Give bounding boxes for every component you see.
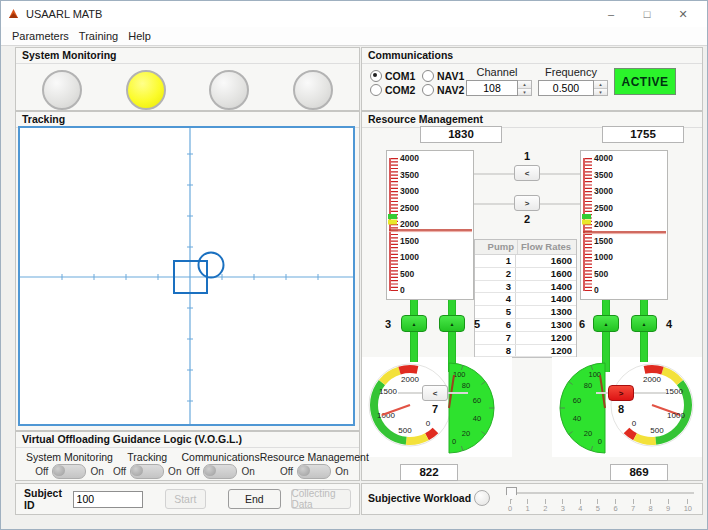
menu-parameters[interactable]: Parameters <box>7 30 74 42</box>
svg-text:20: 20 <box>462 429 470 438</box>
vogl-panel: Virtual Offloading Guidance Logic (V.O.G… <box>15 431 360 481</box>
svg-text:2000: 2000 <box>400 219 419 229</box>
toggle-system-monitoring[interactable] <box>52 464 86 479</box>
slider-track[interactable] <box>506 492 694 494</box>
maximize-icon[interactable]: □ <box>629 3 665 25</box>
table-row: 41400 <box>475 293 576 306</box>
on-label: On <box>335 466 348 477</box>
table-row: 71200 <box>475 332 576 345</box>
svg-text:2000: 2000 <box>643 375 661 384</box>
pump-5-button[interactable]: ▲ <box>439 315 465 332</box>
tick-label: 9 <box>666 499 670 513</box>
svg-text:0: 0 <box>426 419 431 428</box>
close-icon[interactable]: ✕ <box>665 3 701 25</box>
radio-dot <box>370 84 382 96</box>
pump-8-button[interactable]: > <box>608 385 634 401</box>
workload-slider[interactable]: 0 1 2 3 4 5 6 7 8 9 10 <box>506 487 694 512</box>
tracking-canvas <box>20 128 353 424</box>
radio-dot <box>370 70 382 82</box>
subject-id-label: Subject ID <box>24 487 65 511</box>
frequency-down-icon[interactable]: ▾ <box>594 88 607 96</box>
svg-text:0: 0 <box>598 437 602 446</box>
monitoring-lamp-1[interactable] <box>42 70 82 110</box>
toggle-resource-management[interactable] <box>297 464 331 479</box>
transfer-pump-1-button[interactable]: < <box>514 165 540 181</box>
subject-id-input[interactable] <box>73 491 143 508</box>
collecting-data-button[interactable]: Collecting Data <box>291 489 351 509</box>
vogl-group-system-monitoring: System Monitoring Off On <box>26 451 113 479</box>
slider-ticks: 0 1 2 3 4 5 6 7 8 9 10 <box>508 499 692 513</box>
radio-nav1-label: NAV1 <box>437 70 464 82</box>
frequency-value[interactable]: 0.500 <box>538 80 594 96</box>
svg-text:1000: 1000 <box>667 411 685 420</box>
pump-3-label: 3 <box>380 318 396 330</box>
svg-text:1000: 1000 <box>594 252 613 262</box>
menu-training[interactable]: Training <box>74 30 123 42</box>
svg-text:100: 100 <box>588 370 601 379</box>
minimize-icon[interactable]: – <box>593 3 629 25</box>
radio-com1[interactable]: COM1 <box>370 69 415 82</box>
tracking-cursor-circle[interactable] <box>199 253 224 278</box>
frequency-spinner: 0.500 ▴ ▾ <box>538 80 608 96</box>
tick-label: 7 <box>631 499 635 513</box>
title-bar: USAARL MATB – □ ✕ <box>1 1 707 28</box>
vogl-title: Virtual Offloading Guidance Logic (V.O.G… <box>16 432 359 448</box>
fuel-right-readout: 869 <box>610 464 668 481</box>
off-label: Off <box>35 466 48 477</box>
tracking-plot[interactable] <box>18 126 355 426</box>
table-row: 21600 <box>475 268 576 281</box>
svg-text:2500: 2500 <box>594 203 613 213</box>
menu-help[interactable]: Help <box>123 30 156 42</box>
channel-value[interactable]: 108 <box>466 80 518 96</box>
svg-text:4000: 4000 <box>594 153 613 163</box>
svg-text:80: 80 <box>462 381 470 390</box>
channel-label: Channel <box>464 66 530 78</box>
frequency-label: Frequency <box>536 66 606 78</box>
pump-6-button[interactable]: ▲ <box>593 315 619 332</box>
end-button[interactable]: End <box>228 489 281 509</box>
svg-text:2000: 2000 <box>594 219 613 229</box>
tick-label: 8 <box>649 499 653 513</box>
toggle-tracking[interactable] <box>130 464 164 479</box>
tick-label: 0 <box>508 499 512 513</box>
table-row: 51300 <box>475 306 576 319</box>
toggle-label: Resource Management <box>260 451 369 463</box>
pump-7-button[interactable]: < <box>422 385 448 401</box>
radio-com2[interactable]: COM2 <box>370 83 415 96</box>
monitoring-lamp-3[interactable] <box>209 70 249 110</box>
radio-com2-label: COM2 <box>385 84 415 96</box>
transfer-pump-1-label: 1 <box>504 150 550 162</box>
tank-a-gauge: 4000 3500 3000 2500 2000 1500 1000 500 0 <box>386 150 474 300</box>
workload-panel: Subjective Workload 0 1 2 3 4 5 6 7 8 9 … <box>361 483 703 515</box>
tank-b-readout: 1755 <box>602 126 684 143</box>
svg-text:500: 500 <box>398 426 412 435</box>
monitoring-lamp-2-active[interactable] <box>126 70 166 110</box>
communications-title: Communications <box>362 48 702 64</box>
active-indicator[interactable]: ACTIVE <box>614 68 676 95</box>
svg-text:1500: 1500 <box>594 236 613 246</box>
flow-gauge-left: 100 80 60 40 20 0 <box>446 361 500 457</box>
tick-label: 2 <box>543 499 547 513</box>
toggle-label: Communications <box>181 451 259 463</box>
off-label: Off <box>113 466 126 477</box>
pump-flow-table: Pump Flow Rates 11600 21600 31400 41400 … <box>474 239 577 358</box>
svg-text:0: 0 <box>452 437 456 446</box>
radio-nav1[interactable]: NAV1 <box>422 69 464 82</box>
toggle-communications[interactable] <box>203 464 237 479</box>
start-button[interactable]: Start <box>165 489 206 509</box>
pump-4-button[interactable]: ▲ <box>631 315 657 332</box>
svg-text:0: 0 <box>594 285 599 295</box>
system-monitoring-title: System Monitoring <box>16 48 359 64</box>
radio-dot <box>422 70 434 82</box>
pump-3-button[interactable]: ▲ <box>401 315 427 332</box>
app-icon <box>7 8 20 20</box>
workload-lamp <box>474 490 490 506</box>
radio-nav2[interactable]: NAV2 <box>422 83 464 96</box>
channel-down-icon[interactable]: ▾ <box>518 88 531 96</box>
flow-gauge-right: 100 80 60 40 20 0 <box>554 361 608 457</box>
off-label: Off <box>186 466 199 477</box>
app-window: USAARL MATB – □ ✕ Parameters Training He… <box>0 0 708 530</box>
transfer-pump-2-button[interactable]: > <box>514 195 540 211</box>
monitoring-lamp-4[interactable] <box>293 70 333 110</box>
svg-text:3500: 3500 <box>400 170 419 180</box>
